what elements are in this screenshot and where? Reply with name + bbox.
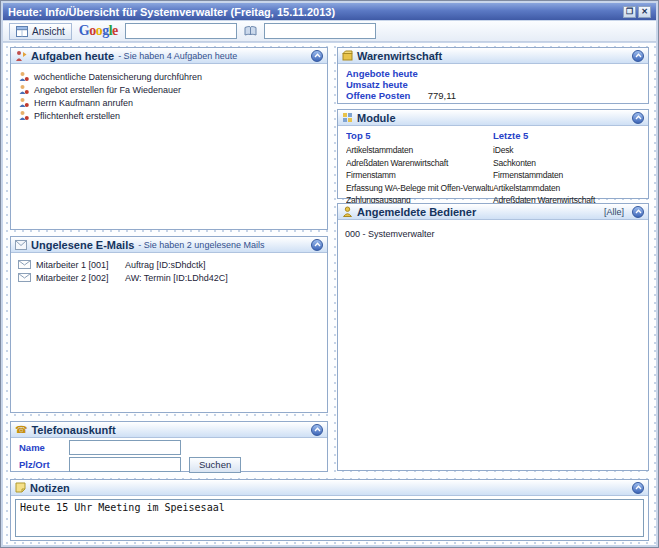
plz-row: Plz/Ort Suchen (11, 456, 327, 473)
envelope-icon (18, 260, 31, 269)
module-top-item[interactable]: Artikelstammdaten (346, 145, 493, 158)
name-input[interactable] (69, 440, 181, 455)
bediener-list: 000 - Systemverwalter (338, 220, 648, 240)
plz-input[interactable] (69, 457, 181, 472)
chevron-up-icon (635, 115, 642, 120)
task-label: Pflichtenheft erstellen (34, 111, 120, 121)
task-icon (18, 84, 29, 95)
notizen-textarea[interactable]: Heute 15 Uhr Meeting im Speisesaal (15, 499, 644, 537)
toolbar: Ansicht Google (3, 21, 656, 42)
google-logo: Google (79, 23, 118, 39)
bediener-item[interactable]: 000 - Systemverwalter (338, 227, 648, 240)
google-search-input[interactable] (125, 23, 237, 39)
bediener-label: 000 - Systemverwalter (345, 229, 435, 239)
collapse-button[interactable] (311, 50, 323, 62)
waren-list: Angebote heute Umsatz heute Offene Poste… (338, 64, 648, 101)
chevron-up-icon (314, 427, 321, 432)
plz-label: Plz/Ort (19, 459, 69, 470)
collapse-button[interactable] (311, 424, 323, 436)
panel-warenwirtschaft: Warenwirtschaft Angebote heute Umsatz he… (337, 47, 649, 104)
task-list: wöchentliche Datensicherung durchführen … (11, 64, 327, 122)
ansicht-label: Ansicht (32, 26, 65, 37)
waren-item: Angebote heute (346, 68, 640, 79)
task-icon (18, 97, 29, 108)
close-button[interactable]: ✕ (638, 6, 651, 18)
waren-item: Offene Posten 779,11 (346, 90, 640, 101)
mail-icon (15, 240, 27, 250)
waren-item: Umsatz heute (346, 79, 640, 90)
chevron-up-icon (314, 242, 321, 247)
goods-icon (342, 50, 353, 61)
phone-icon: ☎ (15, 425, 27, 435)
panel-module-header: Module (338, 110, 648, 126)
task-item[interactable]: wöchentliche Datensicherung durchführen (11, 70, 327, 83)
view-icon (16, 26, 28, 37)
task-item[interactable]: Pflichtenheft erstellen (11, 109, 327, 122)
waren-link[interactable]: Offene Posten (346, 90, 410, 101)
email-subject: Auftrag [ID:sDhdctk] (125, 260, 206, 270)
waren-link[interactable]: Angebote heute (346, 68, 418, 79)
panel-title: Aufgaben heute (31, 50, 114, 62)
task-icon (18, 110, 29, 121)
dashboard: Aufgaben heute - Sie haben 4 Aufgaben he… (3, 43, 656, 545)
panel-aufgaben-header: Aufgaben heute - Sie haben 4 Aufgaben he… (11, 48, 327, 64)
app-window: Heute: Info/Übersicht für Systemverwalte… (0, 0, 659, 548)
collapse-button[interactable] (632, 206, 644, 218)
module-top-item[interactable]: Erfassung WA-Belege mit Offen-Verwaltung (346, 183, 493, 196)
book-icon (244, 25, 257, 37)
module-last-item[interactable]: Artikelstammdaten (493, 183, 560, 196)
panel-subtitle: - Sie haben 4 Aufgaben heute (118, 50, 237, 61)
email-subject: AW: Termin [ID:LDhd42C] (125, 273, 228, 283)
chevron-up-icon (635, 209, 642, 214)
waren-link[interactable]: Umsatz heute (346, 79, 408, 90)
top5-header: Top 5 (346, 130, 493, 141)
panel-waren-header: Warenwirtschaft (338, 48, 648, 64)
module-last-item[interactable]: Firmenstammdaten (493, 170, 563, 183)
window-title: Heute: Info/Übersicht für Systemverwalte… (8, 6, 335, 18)
panel-title: Warenwirtschaft (357, 50, 442, 62)
panel-title: Angemeldete Bediener (357, 206, 476, 218)
panel-notizen-header: Notizen (11, 480, 648, 496)
collapse-button[interactable] (632, 112, 644, 124)
suchen-button[interactable]: Suchen (189, 457, 241, 473)
collapse-button[interactable] (632, 482, 644, 494)
chevron-up-icon (635, 485, 642, 490)
email-item[interactable]: Mitarbeiter 1 [001] Auftrag [ID:sDhdctk] (11, 258, 327, 271)
email-sender: Mitarbeiter 1 [001] (36, 260, 120, 270)
user-icon (342, 206, 353, 217)
panel-notizen: Notizen Heute 15 Uhr Meeting im Speisesa… (10, 479, 649, 541)
task-label: Herrn Kaufmann anrufen (34, 98, 133, 108)
panel-aufgaben: Aufgaben heute - Sie haben 4 Aufgaben he… (10, 47, 328, 230)
email-item[interactable]: Mitarbeiter 2 [002] AW: Termin [ID:LDhd4… (11, 271, 327, 284)
collapse-button[interactable] (311, 239, 323, 251)
module-last-item[interactable]: iDesk (493, 145, 513, 158)
module-top-item[interactable]: Firmenstamm (346, 170, 493, 183)
task-item[interactable]: Herrn Kaufmann anrufen (11, 96, 327, 109)
module-row: Adreßdaten Warenwirtschaft Sachkonten (346, 158, 644, 171)
email-list: Mitarbeiter 1 [001] Auftrag [ID:sDhdctk]… (11, 253, 327, 284)
task-label: wöchentliche Datensicherung durchführen (34, 72, 202, 82)
panel-telefon-header: ☎ Telefonauskunft (11, 422, 327, 438)
restore-button[interactable]: ❐ (623, 6, 636, 18)
module-row: Artikelstammdaten iDesk (346, 145, 644, 158)
module-last-item[interactable]: Sachkonten (493, 158, 536, 171)
task-item[interactable]: Angebot erstellen für Fa Wiedenauer (11, 83, 327, 96)
module-row: Erfassung WA-Belege mit Offen-Verwaltung… (346, 183, 644, 196)
alle-link[interactable]: [Alle] (604, 207, 624, 217)
panel-title: Telefonauskunft (31, 424, 115, 436)
ansicht-button[interactable]: Ansicht (9, 23, 72, 40)
module-top-item[interactable]: Adreßdaten Warenwirtschaft (346, 158, 493, 171)
tasks-icon (15, 50, 27, 62)
module-table: Top 5 Letzte 5 Artikelstammdaten iDesk A… (338, 126, 648, 208)
waren-value: 779,11 (406, 90, 456, 101)
panel-bediener-header: Angemeldete Bediener [Alle] (338, 204, 648, 220)
title-bar: Heute: Info/Übersicht für Systemverwalte… (3, 3, 656, 20)
panel-module: Module Top 5 Letzte 5 Artikelstammdaten … (337, 109, 649, 199)
telefon-form: Name Plz/Ort Suchen (11, 438, 327, 473)
name-label: Name (19, 442, 69, 453)
envelope-icon (18, 273, 31, 282)
secondary-search-input[interactable] (264, 23, 376, 39)
collapse-button[interactable] (632, 50, 644, 62)
chevron-up-icon (635, 53, 642, 58)
panel-emails-header: Ungelesene E-Mails - Sie haben 2 ungeles… (11, 237, 327, 253)
